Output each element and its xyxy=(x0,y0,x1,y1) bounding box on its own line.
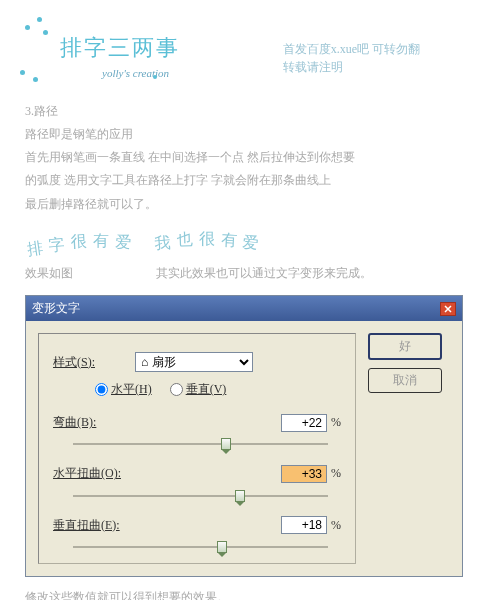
section-heading: 3.路径 xyxy=(25,102,475,121)
bend-input[interactable] xyxy=(281,414,327,432)
body-text: 路径即是钢笔的应用 xyxy=(25,125,475,144)
effect-note: 其实此效果也可以通过文字变形来完成。 xyxy=(156,266,372,280)
body-text: 最后删掉路径就可以了。 xyxy=(25,195,475,214)
hdist-slider[interactable] xyxy=(73,490,328,502)
form-panel: 样式(S): ⌂ 扇形 水平(H) 垂直(V) 弯曲(B): % 水平扭曲(O)… xyxy=(38,333,356,564)
footer-text: 修改这些数值就可以得到想要的效果。 xyxy=(0,580,500,600)
horizontal-radio[interactable]: 水平(H) xyxy=(95,380,152,399)
curved-text-example: 排 字 很 有 爱 我 也 很 有 爱 xyxy=(25,224,475,259)
hdist-input[interactable] xyxy=(281,465,327,483)
bend-slider[interactable] xyxy=(73,438,328,450)
cancel-button[interactable]: 取消 xyxy=(368,368,442,393)
header-credits: 首发百度x.xue吧 可转勿翻 转载请注明 xyxy=(283,40,420,76)
page-title: 排字三两事 xyxy=(60,30,180,65)
vertical-radio[interactable]: 垂直(V) xyxy=(170,380,227,399)
vdist-slider[interactable] xyxy=(73,541,328,553)
warp-text-dialog: 变形文字 样式(S): ⌂ 扇形 水平(H) 垂直(V) 弯曲(B): % 水平… xyxy=(25,295,463,577)
effect-label: 效果如图 xyxy=(25,266,73,280)
bend-label: 弯曲(B): xyxy=(53,413,135,432)
close-button[interactable] xyxy=(440,302,456,316)
close-icon xyxy=(444,305,452,313)
vdist-label: 垂直扭曲(E): xyxy=(53,516,135,535)
body-text: 首先用钢笔画一条直线 在中间选择一个点 然后拉伸达到你想要 xyxy=(25,148,475,167)
body-text: 的弧度 选用文字工具在路径上打字 字就会附在那条曲线上 xyxy=(25,171,475,190)
dialog-title-text: 变形文字 xyxy=(32,299,80,318)
vdist-input[interactable] xyxy=(281,516,327,534)
hdist-label: 水平扭曲(O): xyxy=(53,464,135,483)
ok-button[interactable]: 好 xyxy=(368,333,442,360)
dialog-titlebar[interactable]: 变形文字 xyxy=(26,296,462,321)
style-select[interactable]: ⌂ 扇形 xyxy=(135,352,253,372)
style-label: 样式(S): xyxy=(53,353,135,372)
